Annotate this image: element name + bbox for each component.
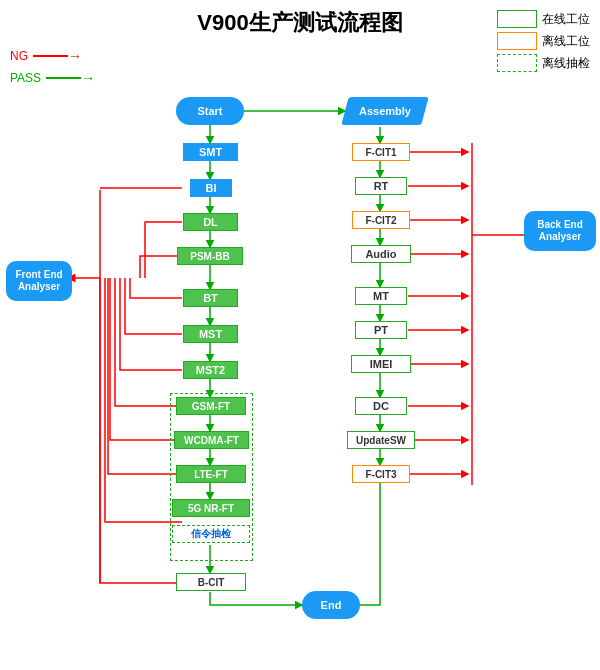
mt-node: MT	[355, 287, 407, 305]
back-end-node: Back EndAnalyser	[524, 211, 596, 251]
updatesw-node: UpdateSW	[347, 431, 415, 449]
bt-label: BT	[203, 292, 218, 304]
f-cit2-node: F-CIT2	[352, 211, 410, 229]
mt-label: MT	[373, 290, 389, 302]
b-cit-node: B-CIT	[176, 573, 246, 591]
psm-bb-node: PSM-BB	[177, 247, 243, 265]
bi-label: BI	[206, 182, 217, 194]
front-end-node: Front EndAnalyser	[6, 261, 72, 301]
bi-node: BI	[190, 179, 232, 197]
nr-ft-node: 5G NR-FT	[172, 499, 250, 517]
nr-ft-label: 5G NR-FT	[188, 503, 234, 514]
end-node: End	[302, 591, 360, 619]
f-cit1-node: F-CIT1	[352, 143, 410, 161]
f-cit3-node: F-CIT3	[352, 465, 410, 483]
start-label: Start	[197, 105, 222, 117]
start-node: Start	[176, 97, 244, 125]
arrows-svg	[0, 35, 600, 665]
imei-label: IMEI	[370, 358, 393, 370]
legend-online-box	[497, 10, 537, 28]
mst2-node: MST2	[183, 361, 238, 379]
wcdma-ft-node: WCDMA-FT	[174, 431, 249, 449]
rt-label: RT	[374, 180, 389, 192]
psm-bb-label: PSM-BB	[190, 251, 229, 262]
rt-node: RT	[355, 177, 407, 195]
audio-node: Audio	[351, 245, 411, 263]
wcdma-ft-label: WCDMA-FT	[184, 435, 239, 446]
smt-node: SMT	[183, 143, 238, 161]
audio-label: Audio	[365, 248, 396, 260]
sample-check-label: 信令抽检	[191, 527, 231, 541]
updatesw-label: UpdateSW	[356, 435, 406, 446]
smt-label: SMT	[199, 146, 222, 158]
f-cit1-label: F-CIT1	[365, 147, 396, 158]
assembly-label: Assembly	[359, 105, 411, 117]
dc-label: DC	[373, 400, 389, 412]
gsm-ft-node: GSM-FT	[176, 397, 246, 415]
end-label: End	[321, 599, 342, 611]
pt-node: PT	[355, 321, 407, 339]
legend-online-label: 在线工位	[542, 11, 590, 28]
lte-ft-label: LTE-FT	[194, 469, 228, 480]
legend-online: 在线工位	[497, 10, 590, 28]
imei-node: IMEI	[351, 355, 411, 373]
bt-node: BT	[183, 289, 238, 307]
flowchart: Start Assembly SMT BI DL PSM-BB BT MST M…	[0, 35, 600, 665]
pt-label: PT	[374, 324, 388, 336]
mst2-label: MST2	[196, 364, 225, 376]
mst-node: MST	[183, 325, 238, 343]
gsm-ft-label: GSM-FT	[192, 401, 230, 412]
dc-node: DC	[355, 397, 407, 415]
dl-node: DL	[183, 213, 238, 231]
lte-ft-node: LTE-FT	[176, 465, 246, 483]
mst-label: MST	[199, 328, 222, 340]
back-end-label: Back EndAnalyser	[537, 219, 583, 243]
f-cit3-label: F-CIT3	[365, 469, 396, 480]
front-end-label: Front EndAnalyser	[15, 269, 62, 293]
f-cit2-label: F-CIT2	[365, 215, 396, 226]
dl-label: DL	[203, 216, 218, 228]
b-cit-label: B-CIT	[198, 577, 225, 588]
assembly-node: Assembly	[341, 97, 429, 125]
sample-check-node: 信令抽检	[172, 525, 250, 543]
